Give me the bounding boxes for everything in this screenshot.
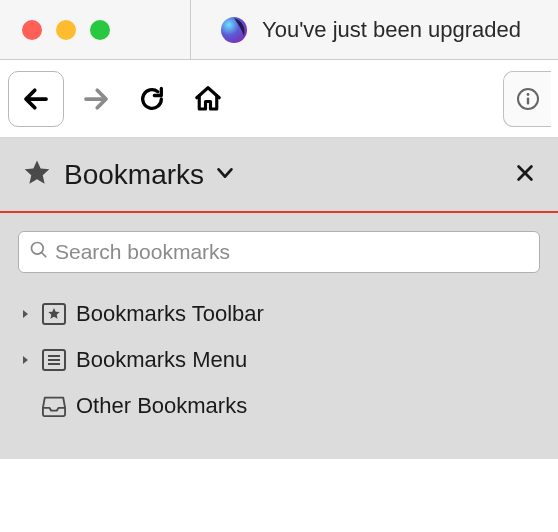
- reload-icon: [138, 85, 166, 113]
- traffic-lights: [0, 20, 110, 40]
- tab-title: You've just been upgraded: [262, 17, 521, 43]
- navigation-toolbar: [0, 60, 558, 138]
- inbox-icon: [42, 395, 66, 417]
- close-icon: [514, 162, 536, 184]
- firefox-icon: [220, 16, 248, 44]
- home-icon: [193, 84, 223, 114]
- tree-item-bookmarks-menu[interactable]: Bookmarks Menu: [18, 337, 540, 383]
- bookmarks-sidebar: Bookmarks: [0, 138, 558, 459]
- window-close-button[interactable]: [22, 20, 42, 40]
- browser-tab[interactable]: You've just been upgraded: [220, 0, 521, 59]
- arrow-right-icon: [81, 84, 111, 114]
- tree-item-bookmarks-toolbar[interactable]: Bookmarks Toolbar: [18, 291, 540, 337]
- chevron-right-icon: [19, 308, 31, 320]
- expand-arrow[interactable]: [18, 308, 32, 320]
- tree-item-label: Bookmarks Toolbar: [76, 301, 264, 327]
- window-minimize-button[interactable]: [56, 20, 76, 40]
- page-info-button[interactable]: [503, 71, 551, 127]
- tree-item-label: Other Bookmarks: [76, 393, 247, 419]
- menu-list-icon: [42, 349, 66, 371]
- star-folder-icon: [42, 303, 66, 325]
- reload-button[interactable]: [128, 75, 176, 123]
- tree-item-other-bookmarks[interactable]: Other Bookmarks: [18, 383, 540, 429]
- window-titlebar: You've just been upgraded: [0, 0, 558, 60]
- chevron-right-icon: [19, 354, 31, 366]
- search-input[interactable]: [55, 240, 529, 264]
- svg-point-2: [526, 93, 529, 96]
- back-button[interactable]: [8, 71, 64, 127]
- tab-separator: [190, 0, 191, 59]
- star-icon: [22, 158, 52, 192]
- sidebar-dropdown-button[interactable]: [214, 162, 236, 188]
- home-button[interactable]: [184, 75, 232, 123]
- search-field[interactable]: [18, 231, 540, 273]
- tree-item-label: Bookmarks Menu: [76, 347, 247, 373]
- sidebar-close-button[interactable]: [514, 162, 536, 188]
- search-icon: [29, 240, 49, 264]
- bookmarks-tree: Bookmarks Toolbar Bookmarks Menu: [0, 291, 558, 459]
- search-wrap: [0, 213, 558, 291]
- window-maximize-button[interactable]: [90, 20, 110, 40]
- chevron-down-icon: [214, 162, 236, 184]
- sidebar-title: Bookmarks: [64, 159, 204, 191]
- sidebar-header: Bookmarks: [0, 138, 558, 213]
- forward-button[interactable]: [72, 75, 120, 123]
- arrow-left-icon: [21, 84, 51, 114]
- expand-arrow[interactable]: [18, 354, 32, 366]
- svg-rect-3: [526, 97, 528, 104]
- info-icon: [516, 87, 540, 111]
